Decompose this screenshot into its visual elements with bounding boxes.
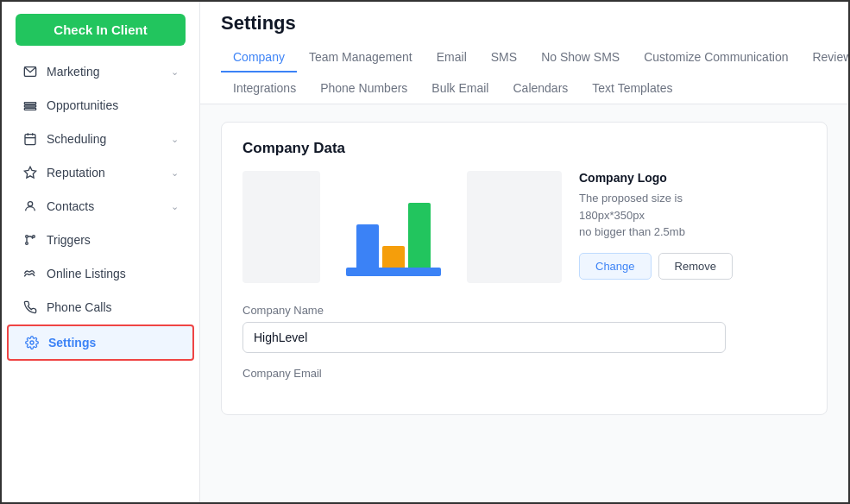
svg-point-13 [30, 341, 34, 344]
wave-icon [22, 266, 38, 281]
tab-email[interactable]: Email [425, 43, 479, 72]
svg-rect-2 [24, 105, 35, 107]
tab-team-management[interactable]: Team Management [297, 43, 425, 72]
company-data-title: Company Data [242, 140, 806, 157]
logo-chart [337, 171, 450, 283]
logo-placeholder-left [242, 171, 320, 283]
svg-point-12 [26, 243, 28, 245]
phone-icon [22, 299, 38, 315]
check-in-client-button[interactable]: Check In Client [16, 14, 186, 46]
sidebar-item-online-listings[interactable]: Online Listings [7, 257, 194, 290]
sidebar-item-settings[interactable]: Settings [7, 324, 194, 361]
sidebar-item-opportunities[interactable]: Opportunities [7, 89, 194, 122]
git-branch-icon [22, 232, 38, 248]
sidebar-item-triggers[interactable]: Triggers [7, 224, 194, 256]
company-name-field-group: Company Name [242, 304, 806, 353]
svg-rect-1 [24, 103, 35, 104]
chart-bar-green [408, 203, 431, 276]
company-name-input[interactable] [242, 322, 726, 353]
remove-logo-button[interactable]: Remove [658, 253, 733, 280]
tab-bulk-email[interactable]: Bulk Email [419, 74, 501, 104]
sidebar-nav: Marketing ⌄ Opportunities Scheduling ⌄ R… [2, 54, 199, 502]
tab-no-show-sms[interactable]: No Show SMS [529, 43, 632, 72]
tab-sms[interactable]: SMS [479, 43, 529, 72]
tab-review[interactable]: Review [800, 43, 848, 72]
stack-icon [22, 98, 38, 113]
logo-section: Company Logo The proposed size is 180px*… [242, 171, 806, 283]
gear-icon [24, 335, 40, 350]
svg-point-11 [33, 236, 35, 238]
svg-point-9 [28, 202, 32, 206]
chevron-down-icon: ⌄ [171, 201, 179, 212]
company-email-label: Company Email [242, 367, 806, 380]
change-logo-button[interactable]: Change [579, 253, 652, 280]
sidebar-item-scheduling[interactable]: Scheduling ⌄ [7, 123, 194, 155]
tabs-row-2: Integrations Phone Numbers Bulk Email Ca… [221, 74, 828, 104]
chart-base-bar [346, 268, 441, 276]
company-email-field-group: Company Email [242, 367, 806, 380]
logo-preview-box [467, 171, 562, 283]
sidebar-item-reputation[interactable]: Reputation ⌄ [7, 156, 194, 189]
calendar-icon [22, 131, 38, 147]
logo-info: Company Logo The proposed size is 180px*… [579, 171, 733, 280]
sidebar-item-marketing[interactable]: Marketing ⌄ [7, 55, 194, 88]
svg-point-10 [26, 236, 28, 238]
tab-calendars[interactable]: Calendars [501, 74, 580, 104]
sidebar-item-phone-calls[interactable]: Phone Calls [7, 291, 194, 324]
company-name-label: Company Name [242, 304, 806, 317]
company-logo-title: Company Logo [579, 171, 733, 185]
tabs-row-1: Company Team Management Email SMS No Sho… [221, 43, 828, 72]
chevron-down-icon: ⌄ [171, 134, 179, 145]
chevron-down-icon: ⌄ [171, 167, 179, 179]
page-title: Settings [221, 12, 828, 35]
sidebar-item-contacts[interactable]: Contacts ⌄ [7, 190, 194, 223]
tab-integrations[interactable]: Integrations [221, 74, 308, 104]
tab-company[interactable]: Company [221, 43, 297, 72]
chevron-down-icon: ⌄ [171, 66, 179, 78]
tab-customize-communication[interactable]: Customize Communication [632, 43, 800, 72]
svg-marker-8 [24, 167, 35, 178]
svg-rect-3 [24, 108, 35, 110]
main-content: Settings Company Team Management Email S… [200, 2, 848, 502]
company-data-card: Company Data Company Logo The proposed s… [221, 122, 828, 415]
content-area: Company Data Company Logo The proposed s… [200, 104, 848, 502]
logo-actions: Change Remove [579, 253, 733, 280]
logo-description: The proposed size is 180px*350px no bigg… [579, 190, 733, 241]
envelope-icon [22, 64, 38, 79]
svg-rect-4 [25, 135, 35, 145]
tab-text-templates[interactable]: Text Templates [580, 74, 684, 104]
person-icon [22, 198, 38, 214]
sidebar: Check In Client Marketing ⌄ Opportunitie… [2, 2, 200, 502]
tab-phone-numbers[interactable]: Phone Numbers [308, 74, 419, 104]
star-icon [22, 165, 38, 180]
settings-header: Settings Company Team Management Email S… [200, 2, 848, 104]
